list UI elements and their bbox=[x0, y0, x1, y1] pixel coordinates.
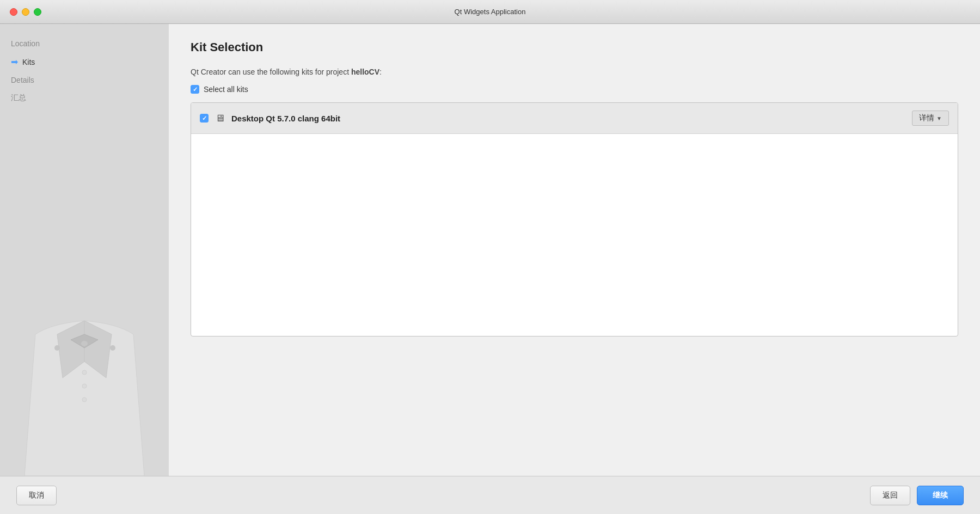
sidebar: Location ➡ Kits Details 汇总 bbox=[0, 24, 169, 476]
kit-name: Desktop Qt 5.7.0 clang 64bit bbox=[231, 114, 340, 123]
bottom-right-buttons: 返回 继续 bbox=[870, 486, 964, 505]
sidebar-summary-label: 汇总 bbox=[11, 93, 26, 103]
kit-details-label: 详情 bbox=[919, 113, 934, 123]
sidebar-item-location[interactable]: Location bbox=[0, 35, 169, 52]
description-prefix: Qt Creator can use the following kits fo… bbox=[191, 68, 351, 76]
bottom-bar: 取消 返回 继续 bbox=[0, 476, 980, 514]
select-all-label: Select all kits bbox=[204, 85, 248, 94]
kit-item-left: 🖥 Desktop Qt 5.7.0 clang 64bit bbox=[200, 113, 340, 124]
window-title: Qt Widgets Application bbox=[455, 8, 526, 16]
select-all-checkbox[interactable] bbox=[191, 85, 199, 94]
continue-button[interactable]: 继续 bbox=[917, 486, 964, 505]
sidebar-item-kits[interactable]: ➡ Kits bbox=[0, 52, 169, 71]
minimize-button[interactable] bbox=[22, 8, 29, 16]
cancel-button[interactable]: 取消 bbox=[16, 486, 57, 505]
sidebar-location-label: Location bbox=[11, 39, 40, 48]
kit-item-desktop-qt[interactable]: 🖥 Desktop Qt 5.7.0 clang 64bit 详情 ▼ bbox=[191, 103, 958, 134]
main-container: Location ➡ Kits Details 汇总 Kit Selection… bbox=[0, 24, 980, 476]
description-suffix: : bbox=[379, 68, 382, 76]
close-button[interactable] bbox=[10, 8, 17, 16]
kits-list-box: 🖥 Desktop Qt 5.7.0 clang 64bit 详情 ▼ bbox=[191, 102, 958, 336]
kit-checkbox[interactable] bbox=[200, 114, 209, 123]
monitor-icon: 🖥 bbox=[215, 113, 225, 124]
sidebar-kits-label: Kits bbox=[22, 58, 35, 66]
select-all-row[interactable]: Select all kits bbox=[191, 85, 958, 94]
traffic-lights bbox=[10, 8, 41, 16]
sidebar-item-summary[interactable]: 汇总 bbox=[0, 89, 169, 107]
project-name: helloCV bbox=[351, 68, 379, 76]
maximize-button[interactable] bbox=[34, 8, 41, 16]
sidebar-details-label: Details bbox=[11, 76, 34, 84]
page-title: Kit Selection bbox=[191, 40, 958, 54]
back-button[interactable]: 返回 bbox=[870, 486, 910, 505]
content-area: Kit Selection Qt Creator can use the fol… bbox=[169, 24, 980, 476]
title-bar: Qt Widgets Application bbox=[0, 0, 980, 24]
active-arrow-icon: ➡ bbox=[11, 57, 18, 67]
description: Qt Creator can use the following kits fo… bbox=[191, 68, 958, 76]
kit-details-button[interactable]: 详情 ▼ bbox=[912, 111, 949, 126]
sidebar-item-details[interactable]: Details bbox=[0, 71, 169, 89]
chevron-down-icon: ▼ bbox=[936, 115, 942, 121]
sidebar-nav: Location ➡ Kits Details 汇总 bbox=[0, 24, 169, 476]
